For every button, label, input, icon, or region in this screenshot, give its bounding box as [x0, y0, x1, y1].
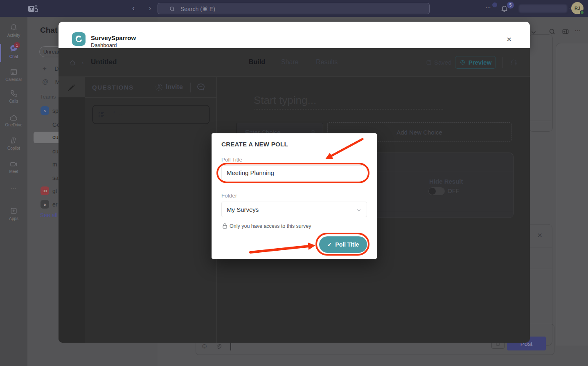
team-item[interactable]: e er — [41, 200, 49, 209]
emoji-icon[interactable]: ☺ — [201, 342, 208, 350]
search-input[interactable]: Search (⌘ E) — [158, 3, 430, 14]
invite-button[interactable]: Invite — [166, 83, 183, 91]
comments-bubble-icon[interactable] — [196, 82, 206, 92]
channel-item[interactable]: sa — [52, 174, 59, 182]
invite-person-icon — [155, 83, 163, 91]
breadcrumb[interactable]: Untitled — [91, 58, 117, 66]
sparkle-icon: ✦ — [42, 65, 47, 72]
preview-eye-icon — [460, 59, 466, 65]
app-rail: Activity 1 Chat Calendar — [0, 17, 27, 366]
teams-logo-icon — [28, 3, 38, 14]
card-divider — [530, 247, 552, 247]
app-subtitle: Dashboard — [91, 42, 117, 48]
open-panel-icon[interactable] — [561, 28, 570, 36]
video-camera-icon — [9, 160, 18, 168]
saved-status: Saved — [434, 59, 452, 66]
back-icon[interactable]: ‹ — [132, 3, 135, 13]
tab-share[interactable]: Share — [281, 58, 299, 66]
multiple-choice-icon — [98, 111, 107, 118]
notification-pip — [492, 2, 497, 7]
app-name: SurveySparrow — [91, 34, 136, 41]
search-icon — [169, 6, 176, 12]
rail-item-more[interactable]: ⋯ — [0, 184, 27, 196]
calendar-icon — [9, 67, 18, 76]
cloud-icon — [9, 114, 18, 121]
surveysparrow-modal-body: › Untitled Build Share Results Saved Pre… — [59, 48, 530, 343]
at-icon: @ — [42, 78, 48, 85]
create-poll-dialog: CREATE A NEW POLL Poll Title Folder My S… — [212, 133, 377, 259]
lock-icon — [222, 223, 228, 229]
question-list-item[interactable]: * … — [92, 105, 210, 124]
team-item[interactable]: 99 gt — [41, 186, 49, 195]
hide-result-label: Hide Result — [429, 178, 463, 185]
rail-item-calls[interactable]: Calls — [0, 88, 27, 108]
see-all-link[interactable]: See all — [40, 212, 58, 218]
poll-title-input[interactable] — [221, 165, 367, 180]
rail-item-calendar[interactable]: Calendar — [0, 67, 27, 86]
privacy-note: Only you have access to this survey — [230, 223, 311, 229]
phone-icon — [9, 89, 18, 98]
hide-result-toggle[interactable] — [428, 187, 445, 195]
card-divider — [530, 269, 552, 269]
rail-item-activity[interactable]: Activity — [0, 22, 27, 42]
select-chevron-down-icon — [356, 207, 362, 213]
home-icon[interactable] — [69, 59, 77, 67]
search-placeholder: Search (⌘ E) — [180, 6, 215, 12]
breadcrumb-chevron-icon: › — [82, 60, 83, 66]
question-title-ellipsis: … — [117, 110, 122, 117]
folder-select[interactable]: My Surveys — [221, 202, 367, 217]
topbar-more-icon[interactable]: ⋯ — [485, 4, 491, 11]
rail-item-copilot[interactable]: Copilot — [0, 135, 27, 155]
tab-build[interactable]: Build — [249, 58, 265, 66]
teams-window: ‹ › Search (⌘ E) ⋯ 5 ⋯ RJ — [0, 0, 588, 366]
surveysparrow-modal-header: SurveySparrow Dashboard × — [59, 22, 530, 48]
team-avatar: 99 — [41, 186, 49, 195]
team-avatar: e — [41, 200, 49, 209]
presence-status-dot — [580, 10, 584, 15]
attach-icon[interactable] — [215, 343, 222, 350]
teams-topbar: ‹ › Search (⌘ E) ⋯ 5 ⋯ RJ — [0, 0, 588, 17]
card-divider — [530, 121, 551, 121]
toggle-state: OFF — [448, 188, 459, 194]
conversation-more-icon[interactable]: ⋯ — [574, 27, 581, 34]
channel-item[interactable]: cu — [52, 148, 59, 155]
headset-icon[interactable] — [510, 58, 518, 66]
toolbar-divider — [502, 57, 503, 68]
saved-icon — [426, 59, 432, 66]
rail-item-apps[interactable]: Apps — [0, 206, 27, 225]
panel-divider — [85, 97, 217, 98]
copilot-icon — [9, 136, 18, 145]
poll-title-submit-button[interactable]: ✓ Poll Title — [319, 236, 367, 253]
message-card — [529, 34, 553, 132]
preview-button[interactable]: Preview — [455, 56, 496, 69]
dialog-title: CREATE A NEW POLL — [221, 141, 288, 148]
chat-item-mentions[interactable]: @ M — [42, 78, 60, 85]
more-dots-icon: ⋯ — [10, 184, 17, 192]
rail-item-chat[interactable]: 1 Chat — [0, 43, 27, 63]
modal-close-icon[interactable]: × — [507, 35, 511, 43]
channel-item[interactable]: m — [52, 161, 57, 168]
question-text-placeholder[interactable]: Start typing... — [254, 94, 316, 107]
tab-results[interactable]: Results — [316, 58, 338, 66]
notifications-badge: 5 — [507, 2, 514, 9]
folder-label: Folder — [221, 193, 237, 199]
builder-rail-edit-active[interactable] — [59, 77, 85, 97]
forward-icon[interactable]: › — [149, 3, 151, 13]
team-item[interactable]: s sp — [41, 106, 49, 115]
toggle-knob — [429, 188, 436, 195]
chat-unread-badge: 1 — [14, 42, 20, 48]
poll-card-close-icon[interactable]: × — [537, 231, 542, 239]
check-icon: ✓ — [327, 241, 332, 248]
builder-rail — [59, 77, 85, 343]
activity-bell-icon — [9, 23, 18, 32]
question-underline — [254, 109, 443, 110]
header-divider — [190, 83, 191, 92]
chat-item-discover[interactable]: ✦ Di — [42, 65, 60, 72]
builder-topbar: › Untitled Build Share Results Saved Pre… — [59, 48, 530, 77]
details-pane — [556, 43, 588, 346]
section-teams[interactable]: Teams — [40, 94, 56, 100]
questions-header: QUESTIONS — [92, 84, 134, 91]
rail-item-onedrive[interactable]: OneDrive — [0, 112, 27, 132]
text-cursor — [230, 342, 231, 350]
rail-item-meet[interactable]: Meet — [0, 159, 27, 178]
